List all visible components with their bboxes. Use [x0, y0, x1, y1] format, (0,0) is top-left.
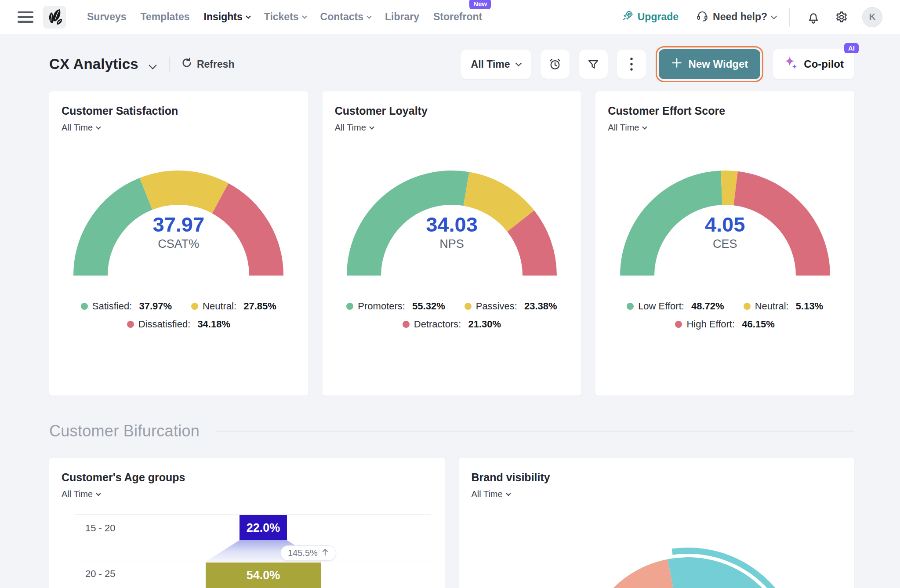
page-header: CX Analytics Refresh All Time [49, 49, 854, 79]
legend-item: Dissatisfied 34.18% [127, 319, 230, 330]
growth-badge[interactable]: 145.5% [280, 545, 336, 561]
nav-item-insights[interactable]: Insights [203, 8, 251, 25]
nav-item-label: Tickets [264, 11, 299, 23]
gauge-card: Customer Satisfaction All Time 37.97 CSA… [49, 91, 308, 396]
card-period-label: All Time [62, 489, 93, 499]
funnel-bar-value: 54.0% [247, 569, 280, 582]
brand-visibility-card: Brand visibility All Time [459, 458, 855, 588]
nav-item-label: Storefront [433, 11, 482, 23]
hamburger-icon[interactable] [18, 11, 33, 24]
legend-dot [81, 303, 88, 310]
nav-item-label: Templates [141, 11, 190, 23]
up-arrow-icon [322, 548, 329, 558]
avatar[interactable]: K [862, 7, 882, 27]
legend-dot [346, 303, 353, 310]
leaf-logo[interactable] [43, 6, 66, 29]
upgrade-button[interactable]: Upgrade [622, 10, 679, 24]
avatar-initial: K [869, 12, 875, 22]
gauge-chart: 37.97 CSAT% [73, 168, 284, 278]
gear-icon[interactable] [831, 7, 852, 27]
legend-item: Passives 23.38% [465, 301, 557, 312]
funnel-bar-value: 22.0% [247, 521, 280, 535]
nav-item-label: Contacts [320, 11, 363, 23]
new-badge: New [469, 0, 491, 9]
chevron-down-icon [367, 14, 371, 18]
gauge-unit: NPS [346, 237, 557, 251]
funnel-row-label: 15 - 20 [85, 523, 116, 534]
funnel-bar[interactable]: 54.0% [206, 563, 321, 588]
chevron-down-icon [506, 491, 511, 496]
section-title: Customer Bifurcation [49, 422, 200, 440]
bell-icon[interactable] [803, 7, 824, 27]
nav-item-tickets[interactable]: Tickets [263, 8, 307, 25]
funnel-row: 20 - 25 54.0% [75, 562, 431, 588]
chevron-down-icon [771, 13, 777, 19]
funnel-row-label: 20 - 25 [85, 568, 116, 580]
gauge-cards-row: Customer Satisfaction All Time 37.97 CSA… [49, 91, 854, 396]
headset-icon [696, 10, 708, 25]
page-title: CX Analytics [49, 56, 138, 73]
card-title: Customer Effort Score [608, 105, 842, 117]
chevron-down-icon [96, 124, 101, 129]
nav-item-library[interactable]: Library [384, 8, 420, 25]
header-divider [169, 57, 170, 72]
growth-badge-value: 145.5% [288, 548, 318, 558]
card-title: Brand visibility [472, 471, 842, 484]
nav-item-contacts[interactable]: Contacts [319, 8, 372, 25]
card-period-label: All Time [62, 123, 93, 133]
card-period-filter[interactable]: All Time [608, 123, 646, 133]
legend-item: Detractors 21.30% [403, 319, 501, 330]
copilot-button[interactable]: Co-pilot AI [773, 49, 854, 79]
gauge-legend: Satisfied 37.97% Neutral 27.85% Dissatis… [62, 301, 296, 330]
card-period-filter[interactable]: All Time [472, 489, 510, 499]
sparkle-icon [784, 55, 798, 73]
gauge-card: Customer Loyalty All Time 34.03 NPS Prom… [323, 91, 581, 396]
time-filter-dropdown[interactable]: All Time [461, 50, 531, 79]
legend-item: Promoters 55.32% [346, 301, 445, 312]
nav-right: Upgrade Need help? [622, 7, 882, 27]
alarm-clock-icon[interactable] [541, 50, 570, 79]
gauge-unit: CSAT% [73, 237, 284, 251]
refresh-icon [181, 57, 192, 71]
main-content: CX Analytics Refresh All Time [0, 49, 900, 588]
refresh-button[interactable]: Refresh [181, 57, 235, 71]
legend-item: Neutral 5.13% [744, 301, 824, 312]
legend-item: Satisfied 37.97% [81, 301, 172, 312]
chevron-down-icon [302, 14, 307, 18]
plus-icon [671, 57, 682, 71]
nav-item-label: Surveys [87, 11, 127, 23]
ai-badge: AI [844, 43, 859, 53]
funnel-bar[interactable]: 22.0% [240, 515, 287, 541]
card-title: Customer's Age groups [62, 471, 432, 484]
need-help-button[interactable]: Need help? [696, 10, 776, 25]
chevron-down-icon[interactable] [149, 61, 156, 69]
age-groups-card: Customer's Age groups All Time 15 - 20 2… [49, 458, 445, 588]
gauge-card: Customer Effort Score All Time 4.05 CES … [595, 91, 854, 396]
legend-dot [127, 321, 134, 328]
card-period-filter[interactable]: All Time [62, 123, 100, 133]
chevron-down-icon [642, 124, 647, 129]
chevron-down-icon [246, 14, 250, 18]
legend-dot [627, 303, 634, 310]
leaf-logo-glyph [45, 7, 64, 27]
card-period-filter[interactable]: All Time [335, 123, 374, 133]
nav-item-storefront[interactable]: Storefront New [432, 8, 483, 25]
legend-dot [465, 303, 472, 310]
gauge-legend: Promoters 55.32% Passives 23.38% Detract… [335, 301, 569, 330]
kebab-icon[interactable] [617, 50, 646, 79]
funnel-icon[interactable] [579, 50, 608, 79]
new-widget-button[interactable]: New Widget [659, 49, 761, 79]
card-title: Customer Satisfaction [62, 105, 296, 117]
gauge-unit: CES [620, 237, 831, 251]
card-period-label: All Time [608, 123, 639, 133]
bottom-cards-row: Customer's Age groups All Time 15 - 20 2… [49, 458, 854, 588]
header-controls: All Time [461, 49, 854, 79]
nav-item-templates[interactable]: Templates [140, 8, 191, 25]
card-title: Customer Loyalty [335, 105, 569, 117]
card-period-filter[interactable]: All Time [62, 489, 100, 499]
primary-nav: Surveys Templates Insights Tickets Conta… [86, 8, 483, 25]
nav-item-surveys[interactable]: Surveys [86, 8, 127, 25]
refresh-label: Refresh [197, 58, 235, 70]
legend-item: Neutral 27.85% [191, 301, 276, 312]
upgrade-label: Upgrade [638, 11, 679, 23]
